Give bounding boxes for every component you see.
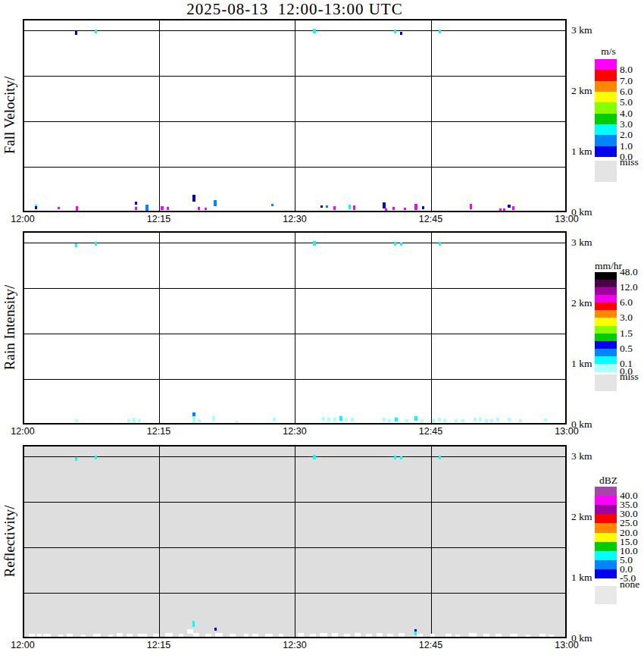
data-mark: [214, 628, 217, 631]
legend-color-cell: [595, 533, 617, 543]
data-mark: [192, 416, 195, 423]
data-mark: [332, 633, 338, 637]
legend-color-cell: [595, 135, 617, 146]
data-mark: [327, 418, 330, 421]
time-axis-label: 12:15: [147, 426, 170, 437]
data-mark: [117, 633, 123, 637]
data-mark: [404, 208, 406, 210]
data-mark: [422, 206, 424, 209]
data-mark: [205, 208, 207, 210]
legend-color-cell: [595, 102, 617, 114]
data-mark: [385, 208, 387, 211]
figure-title: 2025-08-13 12:00-13:00 UTC: [23, 0, 567, 19]
time-gridline: [295, 20, 295, 211]
data-mark: [508, 418, 511, 421]
data-mark: [544, 418, 547, 421]
legend-miss-label: miss: [620, 156, 639, 168]
time-axis-label: 13:00: [555, 426, 578, 437]
legend-value-label: 1.5: [620, 327, 633, 340]
data-mark: [192, 621, 195, 627]
km-axis-label: 2 km: [571, 85, 592, 97]
data-mark: [499, 208, 502, 211]
legend-color-cell: [595, 356, 617, 365]
data-mark: [320, 633, 327, 637]
data-mark: [75, 30, 77, 35]
data-mark: [414, 416, 417, 421]
km-axis-label: 3 km: [571, 237, 592, 249]
data-mark: [383, 418, 386, 421]
legend-color-cell: [595, 505, 617, 515]
data-mark: [93, 634, 101, 637]
data-mark: [438, 418, 441, 421]
data-mark: [430, 634, 435, 637]
time-gridline: [159, 446, 160, 637]
legend-color-cell: [595, 551, 617, 561]
data-mark: [138, 634, 147, 637]
data-mark: [127, 419, 130, 422]
data-mark: [414, 629, 417, 631]
data-mark: [326, 205, 328, 208]
data-mark: [214, 200, 217, 206]
legend-color-cell: [595, 124, 617, 136]
data-mark: [67, 634, 73, 637]
legend-miss-label: none: [620, 578, 639, 591]
time-gridline: [431, 446, 432, 637]
data-mark: [377, 633, 383, 637]
data-mark: [76, 206, 78, 211]
data-mark: [479, 418, 482, 421]
km-axis-label: 2 km: [571, 511, 592, 523]
data-mark: [35, 206, 37, 209]
plot-panel-2: [23, 231, 567, 425]
legend-color-cell: [595, 542, 617, 552]
data-mark: [313, 241, 316, 246]
time-gridline: [431, 20, 432, 211]
data-mark: [215, 633, 223, 637]
legend-color-cell: [595, 523, 617, 533]
legend-color-cell: [595, 569, 617, 579]
data-mark: [244, 634, 249, 637]
km-axis-label: 2 km: [571, 297, 592, 309]
data-mark: [519, 419, 522, 422]
data-mark: [445, 634, 452, 637]
data-mark: [135, 202, 137, 205]
data-mark: [320, 205, 323, 208]
time-axis-label: 13:00: [555, 214, 578, 224]
time-axis-label: 12:15: [147, 214, 170, 224]
legend-value-label: 12.0: [620, 281, 638, 293]
time-axis-label: 12:45: [419, 214, 442, 224]
data-mark: [192, 195, 195, 202]
data-mark: [439, 456, 441, 459]
data-mark: [392, 207, 395, 210]
data-mark: [205, 634, 211, 637]
data-mark: [439, 30, 441, 33]
time-axis-label: 12:45: [419, 640, 442, 650]
legend-color-cell: [595, 496, 617, 506]
legend-color-cell: [595, 280, 617, 288]
data-mark: [313, 455, 316, 459]
legend-color-cell: [595, 318, 617, 326]
data-mark: [399, 633, 405, 637]
panel3-ylabel: Reflectivity/: [2, 506, 18, 578]
data-mark: [265, 634, 273, 637]
time-gridline: [431, 233, 432, 423]
data-mark: [138, 419, 141, 422]
legend-value-label: 0.5: [620, 343, 633, 355]
legend-color-cell: [595, 81, 617, 92]
plot-panel-1: [23, 19, 567, 212]
legend-color-cell: [595, 326, 617, 334]
legend-color-cell: [595, 349, 617, 357]
legend-color-cell: [595, 341, 617, 349]
data-mark: [95, 30, 97, 33]
legend-color-cell: [595, 487, 617, 497]
legend-miss-cell: [595, 374, 617, 391]
data-mark: [405, 419, 408, 422]
legend-color-cell: [595, 310, 617, 318]
legend-miss-cell: [595, 586, 617, 604]
data-mark: [387, 634, 393, 637]
panel2-ylabel: Rain Intensity/: [2, 285, 18, 370]
legend-color-cell: [595, 514, 617, 524]
data-mark: [75, 457, 77, 461]
data-mark: [198, 207, 200, 210]
data-mark: [145, 205, 148, 211]
data-mark: [252, 634, 258, 637]
